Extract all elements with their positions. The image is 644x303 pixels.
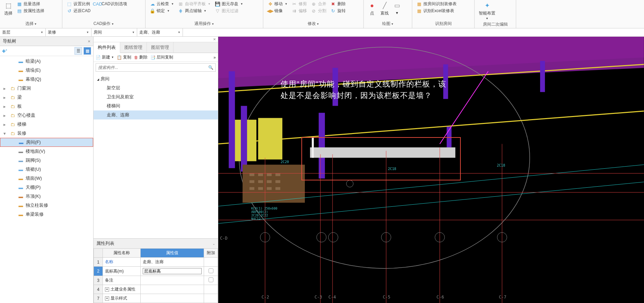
comp-close-icon[interactable]: ✕ [212,37,217,41]
expand-icon[interactable]: ▾ [3,131,8,136]
smart-layout-button[interactable]: ✦智能布置▼ [477,1,497,21]
list-view-button[interactable]: ☰ [74,47,82,55]
merge-button[interactable]: ⊕合并 [310,1,328,7]
grid-view-button[interactable]: ▦ [83,47,91,55]
prop-row[interactable]: 1名称走廊、连廊 [94,258,218,267]
tree-item[interactable]: ▬房间(F) [0,138,93,147]
tree-item[interactable]: ▬幕墙(Q) [0,75,93,84]
two-point-button[interactable]: ⋕两点辅轴▼ [177,8,212,14]
tree-item[interactable]: ▸🗀楼梯 [0,120,93,129]
select-button[interactable]: ⬚选择 [3,1,14,17]
tree-item[interactable]: ▬独立柱装修 [0,201,93,210]
cloud-check-button[interactable]: ☁云检查▼ [148,1,175,7]
tree-item[interactable]: ▸🗀空心楼盖 [0,111,93,120]
excel-button[interactable]: ▦识别Excel装修表 [415,8,458,14]
delete-button[interactable]: ✖删除 [329,1,347,7]
tree-item[interactable]: ▸🗀门窗洞 [0,84,93,93]
category-filter[interactable]: 装修▼ [46,28,91,36]
filter-elem-button[interactable]: ▽图元过滤 [213,8,245,14]
grid-label: C-2 [262,295,269,300]
search-input[interactable] [96,64,206,71]
comp-item[interactable]: 走廊、连廊 [94,110,218,119]
mirror-button[interactable]: ◀▶镜像 [266,8,289,14]
subcategory-filter[interactable]: 房间▼ [91,28,137,36]
tree-item[interactable]: ▸🗀板 [0,102,93,111]
tree-item[interactable]: ▬踢脚(S) [0,156,93,165]
comp-delete-button[interactable]: 🗑删除 [134,54,148,60]
tree-item[interactable]: ▬墙面(W) [0,174,93,183]
expand-icon[interactable]: ▸ [3,104,8,109]
restore-cad-button[interactable]: ↺还原CAD [65,8,92,14]
point-button[interactable]: ●点 [367,1,378,17]
expand-icon[interactable]: ▸ [3,86,8,91]
cloud-icon: ☁ [150,1,155,7]
expand-button[interactable]: + [105,296,109,301]
tree-item[interactable]: ▬楼地面(V) [0,147,93,156]
set-ratio-button[interactable]: ⬚设置比例 [65,1,92,7]
prop-row[interactable]: 2底标高(m) [94,267,218,276]
prop-extra[interactable] [204,267,218,276]
comp-item[interactable]: 楼梯间 [94,101,218,110]
ribbon-group-draw: ●点 ╱直线 ▭▾ 绘图▼ [364,0,412,28]
batch-select-button[interactable]: ▦批量选择 [15,1,46,7]
save-elem-button[interactable]: 💾图元存盘▼ [213,1,245,7]
prop-row[interactable]: 3备注 [94,276,218,285]
split-button[interactable]: ⊘分割 [310,8,328,14]
3d-viewport[interactable]: KL9(1) 250x600 ABP100(2) 2C20;2C22 N4C12… [218,37,644,303]
comp-root[interactable]: 房间 [94,74,218,83]
tree-item[interactable]: ▾🗀装修 [0,129,93,138]
more-button[interactable]: » [213,55,216,60]
prop-row[interactable]: 4+土建业务属性 [94,285,218,294]
tree-label: 墙裙(U) [26,166,41,172]
tab[interactable]: 图层管理 [147,42,174,53]
comp-item[interactable]: 卫生间及前室 [94,92,218,101]
prop-extra[interactable] [204,276,218,285]
expand-icon[interactable]: ▸ [3,122,8,127]
shape-button[interactable]: ▭▾ [391,1,403,16]
svg-rect-25 [249,187,254,190]
highlight-box [301,137,461,180]
tree-item[interactable]: ▬天棚(P) [0,183,93,192]
smart-icon: ✦ [483,1,491,10]
tree-item[interactable]: ▬暗梁(A) [0,57,93,66]
offset-icon: ⇉ [292,8,297,14]
select-by-attr-button[interactable]: ▤按属性选择 [15,8,46,14]
line-button[interactable]: ╱直线 [379,1,390,17]
tree-item[interactable]: ▬墙裙(U) [0,165,93,174]
auto-align-button[interactable]: ⊞自动平齐板▼ [177,1,212,7]
search-icon[interactable]: 🔍 [206,65,215,70]
move-icon: ✥ [267,1,273,7]
type-icon: ▬ [18,212,24,217]
component-filter[interactable]: 走廊、连廊▼ [137,28,183,36]
svg-rect-6 [258,118,282,160]
comp-item[interactable]: 架空层 [94,83,218,92]
prop-input[interactable] [143,268,202,274]
floor-filter[interactable]: 首层▼ [0,28,46,36]
expand-button[interactable]: + [105,287,109,292]
expand-icon[interactable]: ▸ [3,113,8,118]
lock-button[interactable]: 🔒锁定▼ [148,8,175,14]
new-button[interactable]: 📄新建▼ [96,54,114,60]
nav-close-icon[interactable]: ✕ [88,39,90,43]
copy-button[interactable]: 📋复制 [117,54,131,60]
tree-item[interactable]: ▬墙垛(E) [0,66,93,75]
layer-copy-button[interactable]: 📑层间复制 [150,54,173,60]
tab[interactable]: 构件列表 [94,42,120,53]
offset-button[interactable]: ⇉偏移 [290,8,308,14]
move-button[interactable]: ✥移动▼ [266,1,289,7]
tree-item[interactable]: ▬吊顶(K) [0,192,93,201]
trim-button[interactable]: ✂修剪 [290,1,308,7]
rotate-button[interactable]: ↻旋转 [329,8,347,14]
svg-point-46 [346,180,353,187]
prop-row[interactable]: 7+显示样式 [94,294,218,303]
search-box[interactable]: 🔍 [96,63,216,72]
cursor-icon: ⬚ [4,1,12,10]
add-node-button[interactable]: ✚+ [2,48,7,54]
cad-options-button[interactable]: CADCAD识别选项 [93,1,128,7]
tree-item[interactable]: ▸🗀梁 [0,93,93,102]
prop-value[interactable] [140,267,204,276]
tab[interactable]: 图纸管理 [120,42,147,53]
expand-icon[interactable]: ▸ [3,95,8,100]
by-room-button[interactable]: ▦按房间识别装修表 [415,1,458,7]
tree-item[interactable]: ▬单梁装修 [0,210,93,219]
